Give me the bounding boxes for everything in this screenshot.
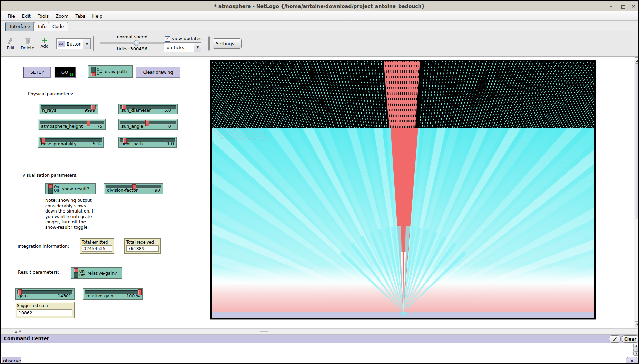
slider-label: gain [18, 293, 28, 298]
observer-prompt: observer> [2, 357, 23, 364]
base-probability-slider[interactable]: base_probability5 % [38, 137, 104, 148]
switch-knob[interactable] [91, 72, 96, 76]
minimize-button[interactable]: – [607, 1, 616, 11]
chevron-down-icon: ▼ [631, 360, 633, 363]
scroll-down-icon[interactable]: ▼ [635, 321, 639, 327]
splitter-handle[interactable] [260, 331, 268, 332]
relative-gain-switch[interactable]: On Off relative-gain? [71, 267, 122, 279]
world-view-canvas [212, 61, 594, 318]
widget-abc-icon: abc [58, 41, 65, 47]
physical-parameters-heading: Physical parameters: [28, 91, 73, 96]
command-center-output[interactable]: ▲ ▼ [2, 343, 639, 356]
widget-chooser[interactable]: abc Button ▼ [56, 38, 91, 49]
total-emitted-monitor: Total emitted 32454535 [80, 238, 114, 254]
integration-information-heading: Integration information: [18, 244, 69, 249]
menu-tools[interactable]: Tools [35, 12, 52, 20]
slider-label: n_rays [42, 108, 56, 113]
command-center-title: Command Center [1, 335, 638, 343]
edit-tool-button[interactable]: Edit [4, 37, 18, 50]
splitter-collapse-up-icon[interactable]: ▲ [15, 329, 17, 334]
splitter-collapse-down-icon[interactable]: ▼ [19, 329, 21, 334]
command-center-splitter[interactable]: ▲ ▼ [1, 328, 638, 335]
switch-name: relative-gain? [88, 270, 117, 276]
output-scrollbar[interactable]: ▲ ▼ [633, 343, 639, 356]
command-center-header: Command Center Clear [1, 335, 638, 343]
slider-label: sun_angle [121, 124, 143, 129]
switch-channel [48, 188, 53, 194]
scroll-up-icon[interactable]: ▲ [635, 57, 639, 63]
slider-value: 1.0 [167, 141, 174, 146]
slider-label: base_probability [41, 141, 77, 146]
expand-arrows-icon [613, 337, 617, 341]
note-line: you want to integrate [45, 214, 95, 219]
menu-tabs[interactable]: Tabs [72, 12, 88, 20]
switch-knob[interactable] [74, 268, 78, 272]
update-mode-dropdown[interactable]: on ticks ▼ [164, 42, 201, 52]
slider-label: relative-gain [86, 293, 114, 298]
monitor-value: 10862 [17, 309, 72, 316]
sun-angle-slider[interactable]: sun_angle0 ° [118, 119, 178, 130]
speed-slider-track[interactable] [100, 42, 164, 44]
n-rays-slider[interactable]: n_rays9999 [39, 104, 98, 114]
title-bar[interactable]: * atmosphere - NetLogo {/home/antoine/do… [1, 1, 638, 12]
switch-lever[interactable] [74, 268, 78, 278]
relative-gain-slider[interactable]: relative-gain100 % [83, 288, 143, 300]
switch-lever[interactable] [91, 67, 96, 76]
atmosphere-height-slider[interactable]: atmosphere_height75 [38, 119, 106, 130]
switch-off-label: Off [79, 273, 85, 277]
command-history-dropdown[interactable]: ▼ [626, 357, 639, 364]
tab-bar: Interface Info Code [1, 21, 638, 31]
switch-on-label: On [79, 269, 85, 273]
slider-value: 5 % [92, 141, 101, 146]
delete-tool-label: Delete [19, 46, 36, 50]
forever-icon: ↻ [69, 72, 73, 77]
go-button[interactable]: GO ↻ [54, 67, 76, 78]
close-button[interactable]: ✕ [629, 1, 638, 11]
toolbar-separator [208, 36, 210, 51]
tab-code[interactable]: Code [48, 22, 68, 31]
maximize-icon[interactable] [621, 5, 625, 9]
slider-value: 5.0 ° [164, 108, 175, 113]
note-line: considerably slows [45, 203, 95, 209]
clear-drawing-button[interactable]: Clear drawing [136, 67, 180, 78]
slider-value: 75 [97, 124, 102, 129]
menu-file[interactable]: File [4, 12, 18, 20]
switch-knob[interactable] [48, 184, 53, 188]
scrollbar-thumb[interactable] [635, 63, 639, 219]
light-path-slider[interactable]: light_path1.0 [118, 137, 177, 148]
slider-value: 9999 [84, 108, 95, 113]
interface-vertical-scrollbar[interactable]: ▲ ▼ [634, 57, 639, 328]
setup-button[interactable]: SETUP [23, 67, 51, 78]
show-result-switch[interactable]: On Off show-result? [45, 183, 96, 194]
note-text: Note: showing output considerably slows … [45, 198, 95, 230]
visualisation-parameters-heading: Visualisation parameters: [22, 173, 78, 178]
clear-command-center-button[interactable]: Clear [622, 335, 639, 343]
world-view[interactable] [210, 60, 596, 320]
switch-lever[interactable] [48, 184, 53, 194]
draw-path-switch[interactable]: On Off draw-path [88, 65, 133, 78]
update-mode-value: on ticks [167, 45, 184, 50]
sun-diameter-slider[interactable]: sun_diameter5.0 ° [118, 104, 178, 114]
slider-value: 14301 [58, 293, 71, 298]
menu-edit[interactable]: Edit [19, 12, 34, 20]
slider-label: division-factor [107, 188, 138, 193]
tab-interface[interactable]: Interface [5, 22, 35, 31]
menu-zoom[interactable]: Zoom [52, 12, 71, 20]
add-tool-button[interactable]: + Add [38, 37, 51, 49]
ticks-counter: ticks: 300486 [105, 46, 160, 51]
command-input[interactable] [21, 357, 624, 364]
scroll-down-icon[interactable]: ▼ [633, 351, 639, 356]
delete-tool-button[interactable]: Delete [19, 37, 36, 50]
division-factor-slider[interactable]: division-factor90 [104, 183, 163, 194]
go-button-label: GO [61, 70, 68, 75]
switch-name: show-result? [62, 186, 89, 191]
switch-off-label: Off [54, 189, 59, 193]
settings-button[interactable]: Settings... [213, 38, 242, 49]
expand-command-center-button[interactable] [609, 335, 621, 343]
switch-off-label: Off [97, 71, 102, 75]
view-updates-checkbox[interactable]: ✓ [165, 36, 170, 42]
menu-help[interactable]: Help [89, 12, 106, 20]
gain-slider[interactable]: gain14301 [15, 288, 75, 300]
speed-slider-thumb[interactable] [134, 40, 140, 46]
slider-value: 100 % [126, 293, 140, 298]
